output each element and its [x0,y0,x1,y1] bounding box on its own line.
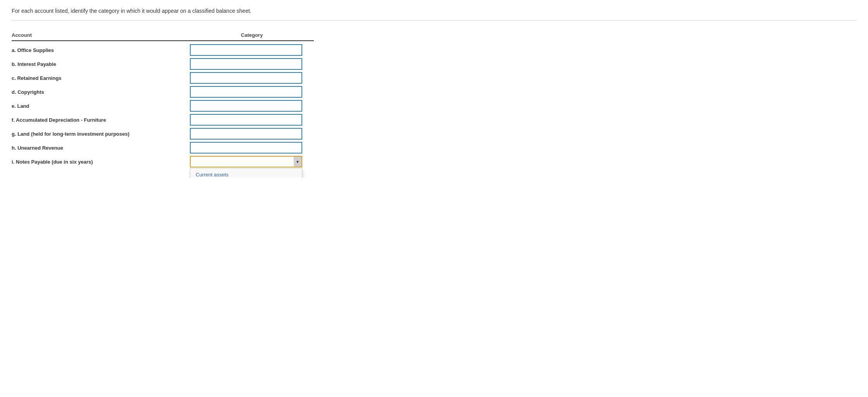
category-input-d[interactable] [190,86,302,98]
instruction-text: For each account listed, identify the ca… [12,8,856,21]
row-label-a: a. Office Supplies [12,46,190,55]
row-label-c: c. Retained Earnings [12,74,190,83]
input-container-e [190,100,314,112]
category-input-c[interactable] [190,72,302,84]
table-row: a. Office Supplies [12,44,314,56]
input-container-b [190,58,314,70]
category-input-b[interactable] [190,58,302,70]
input-container-d [190,86,314,98]
table-row: c. Retained Earnings [12,72,314,84]
category-input-a[interactable] [190,44,302,56]
rows-container: a. Office Suppliesb. Interest Payablec. … [12,44,314,167]
select-display-i[interactable]: ▼ [190,156,302,167]
account-header: Account [12,32,190,38]
input-container-i: ▼Current assetsCurrent liabilitiesIntang… [190,156,314,167]
category-input-g[interactable] [190,128,302,140]
dropdown-menu: Current assetsCurrent liabilitiesIntangi… [190,168,302,178]
input-container-h [190,142,314,154]
table-header: Account Category [12,32,314,41]
dropdown-item[interactable]: Current assets [190,169,302,178]
table-row: g. Land (held for long-term investment p… [12,128,314,140]
category-input-e[interactable] [190,100,302,112]
table-row: f. Accumulated Depreciation - Furniture [12,114,314,126]
row-label-d: d. Copyrights [12,88,190,97]
chevron-down-icon: ▼ [294,157,301,167]
select-container-i[interactable]: ▼Current assetsCurrent liabilitiesIntang… [190,156,302,167]
category-header: Category [190,32,314,38]
input-container-c [190,72,314,84]
table-row: e. Land [12,100,314,112]
category-input-f[interactable] [190,114,302,126]
row-label-e: e. Land [12,102,190,110]
row-label-f: f. Accumulated Depreciation - Furniture [12,116,190,124]
row-label-g: g. Land (held for long-term investment p… [12,129,190,138]
main-table: Account Category a. Office Suppliesb. In… [12,32,314,167]
category-input-h[interactable] [190,142,302,154]
row-label-h: h. Unearned Revenue [12,143,190,152]
row-label-b: b. Interest Payable [12,60,190,69]
table-row: d. Copyrights [12,86,314,98]
table-row: i. Notes Payable (due in six years)▼Curr… [12,156,314,167]
input-container-g [190,128,314,140]
table-row: h. Unearned Revenue [12,142,314,154]
input-container-a [190,44,314,56]
row-label-i: i. Notes Payable (due in six years) [12,157,190,166]
input-container-f [190,114,314,126]
table-row: b. Interest Payable [12,58,314,70]
